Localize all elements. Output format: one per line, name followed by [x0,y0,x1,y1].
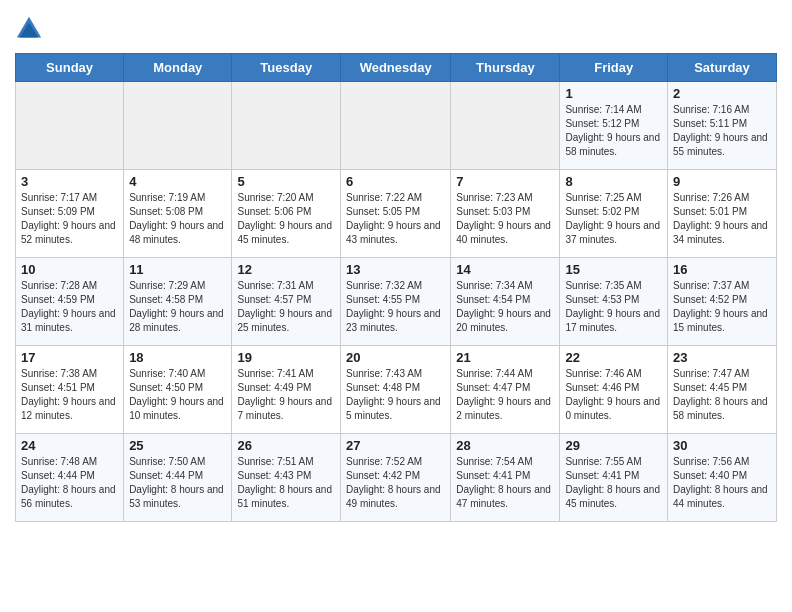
calendar-day: 29Sunrise: 7:55 AM Sunset: 4:41 PM Dayli… [560,434,668,522]
logo-icon [15,15,43,43]
day-info: Sunrise: 7:40 AM Sunset: 4:50 PM Dayligh… [129,367,226,423]
day-number: 11 [129,262,226,277]
day-info: Sunrise: 7:19 AM Sunset: 5:08 PM Dayligh… [129,191,226,247]
calendar-header-tuesday: Tuesday [232,54,341,82]
day-info: Sunrise: 7:23 AM Sunset: 5:03 PM Dayligh… [456,191,554,247]
day-number: 24 [21,438,118,453]
calendar-header-row: SundayMondayTuesdayWednesdayThursdayFrid… [16,54,777,82]
calendar-day [451,82,560,170]
day-info: Sunrise: 7:28 AM Sunset: 4:59 PM Dayligh… [21,279,118,335]
calendar-day: 11Sunrise: 7:29 AM Sunset: 4:58 PM Dayli… [124,258,232,346]
calendar-day: 27Sunrise: 7:52 AM Sunset: 4:42 PM Dayli… [341,434,451,522]
calendar-day: 4Sunrise: 7:19 AM Sunset: 5:08 PM Daylig… [124,170,232,258]
calendar-day: 25Sunrise: 7:50 AM Sunset: 4:44 PM Dayli… [124,434,232,522]
calendar-day: 18Sunrise: 7:40 AM Sunset: 4:50 PM Dayli… [124,346,232,434]
calendar-day: 14Sunrise: 7:34 AM Sunset: 4:54 PM Dayli… [451,258,560,346]
calendar-header-sunday: Sunday [16,54,124,82]
calendar-week-row: 3Sunrise: 7:17 AM Sunset: 5:09 PM Daylig… [16,170,777,258]
day-info: Sunrise: 7:37 AM Sunset: 4:52 PM Dayligh… [673,279,771,335]
day-number: 9 [673,174,771,189]
day-info: Sunrise: 7:43 AM Sunset: 4:48 PM Dayligh… [346,367,445,423]
calendar-day [16,82,124,170]
calendar-week-row: 1Sunrise: 7:14 AM Sunset: 5:12 PM Daylig… [16,82,777,170]
day-number: 18 [129,350,226,365]
day-info: Sunrise: 7:20 AM Sunset: 5:06 PM Dayligh… [237,191,335,247]
day-info: Sunrise: 7:48 AM Sunset: 4:44 PM Dayligh… [21,455,118,511]
calendar-day: 5Sunrise: 7:20 AM Sunset: 5:06 PM Daylig… [232,170,341,258]
day-number: 19 [237,350,335,365]
day-number: 21 [456,350,554,365]
calendar-day [341,82,451,170]
calendar-day: 28Sunrise: 7:54 AM Sunset: 4:41 PM Dayli… [451,434,560,522]
day-info: Sunrise: 7:50 AM Sunset: 4:44 PM Dayligh… [129,455,226,511]
day-number: 2 [673,86,771,101]
day-info: Sunrise: 7:14 AM Sunset: 5:12 PM Dayligh… [565,103,662,159]
day-info: Sunrise: 7:46 AM Sunset: 4:46 PM Dayligh… [565,367,662,423]
day-info: Sunrise: 7:22 AM Sunset: 5:05 PM Dayligh… [346,191,445,247]
day-number: 4 [129,174,226,189]
day-info: Sunrise: 7:56 AM Sunset: 4:40 PM Dayligh… [673,455,771,511]
day-info: Sunrise: 7:17 AM Sunset: 5:09 PM Dayligh… [21,191,118,247]
calendar-week-row: 24Sunrise: 7:48 AM Sunset: 4:44 PM Dayli… [16,434,777,522]
calendar-day: 1Sunrise: 7:14 AM Sunset: 5:12 PM Daylig… [560,82,668,170]
calendar-header-wednesday: Wednesday [341,54,451,82]
calendar-day: 2Sunrise: 7:16 AM Sunset: 5:11 PM Daylig… [668,82,777,170]
day-number: 15 [565,262,662,277]
header [15,15,777,43]
day-info: Sunrise: 7:26 AM Sunset: 5:01 PM Dayligh… [673,191,771,247]
calendar-day: 7Sunrise: 7:23 AM Sunset: 5:03 PM Daylig… [451,170,560,258]
day-number: 6 [346,174,445,189]
calendar-day: 24Sunrise: 7:48 AM Sunset: 4:44 PM Dayli… [16,434,124,522]
day-info: Sunrise: 7:51 AM Sunset: 4:43 PM Dayligh… [237,455,335,511]
calendar-day: 23Sunrise: 7:47 AM Sunset: 4:45 PM Dayli… [668,346,777,434]
day-number: 28 [456,438,554,453]
day-info: Sunrise: 7:41 AM Sunset: 4:49 PM Dayligh… [237,367,335,423]
day-info: Sunrise: 7:35 AM Sunset: 4:53 PM Dayligh… [565,279,662,335]
calendar-day: 13Sunrise: 7:32 AM Sunset: 4:55 PM Dayli… [341,258,451,346]
calendar-week-row: 17Sunrise: 7:38 AM Sunset: 4:51 PM Dayli… [16,346,777,434]
calendar-day: 17Sunrise: 7:38 AM Sunset: 4:51 PM Dayli… [16,346,124,434]
calendar-header-friday: Friday [560,54,668,82]
day-info: Sunrise: 7:34 AM Sunset: 4:54 PM Dayligh… [456,279,554,335]
day-number: 3 [21,174,118,189]
day-info: Sunrise: 7:54 AM Sunset: 4:41 PM Dayligh… [456,455,554,511]
day-number: 12 [237,262,335,277]
day-info: Sunrise: 7:52 AM Sunset: 4:42 PM Dayligh… [346,455,445,511]
calendar-day: 6Sunrise: 7:22 AM Sunset: 5:05 PM Daylig… [341,170,451,258]
calendar-day: 8Sunrise: 7:25 AM Sunset: 5:02 PM Daylig… [560,170,668,258]
day-number: 25 [129,438,226,453]
day-info: Sunrise: 7:38 AM Sunset: 4:51 PM Dayligh… [21,367,118,423]
day-number: 29 [565,438,662,453]
logo [15,15,47,43]
day-number: 27 [346,438,445,453]
day-number: 23 [673,350,771,365]
day-number: 20 [346,350,445,365]
calendar-day: 22Sunrise: 7:46 AM Sunset: 4:46 PM Dayli… [560,346,668,434]
day-info: Sunrise: 7:25 AM Sunset: 5:02 PM Dayligh… [565,191,662,247]
calendar-day: 19Sunrise: 7:41 AM Sunset: 4:49 PM Dayli… [232,346,341,434]
day-info: Sunrise: 7:55 AM Sunset: 4:41 PM Dayligh… [565,455,662,511]
day-number: 26 [237,438,335,453]
day-number: 16 [673,262,771,277]
day-info: Sunrise: 7:29 AM Sunset: 4:58 PM Dayligh… [129,279,226,335]
calendar-day: 15Sunrise: 7:35 AM Sunset: 4:53 PM Dayli… [560,258,668,346]
calendar-day: 3Sunrise: 7:17 AM Sunset: 5:09 PM Daylig… [16,170,124,258]
day-number: 8 [565,174,662,189]
calendar-day [124,82,232,170]
day-number: 30 [673,438,771,453]
day-number: 10 [21,262,118,277]
calendar-week-row: 10Sunrise: 7:28 AM Sunset: 4:59 PM Dayli… [16,258,777,346]
day-number: 7 [456,174,554,189]
day-number: 1 [565,86,662,101]
calendar-day: 30Sunrise: 7:56 AM Sunset: 4:40 PM Dayli… [668,434,777,522]
day-number: 22 [565,350,662,365]
page: SundayMondayTuesdayWednesdayThursdayFrid… [0,0,792,612]
day-number: 13 [346,262,445,277]
day-info: Sunrise: 7:31 AM Sunset: 4:57 PM Dayligh… [237,279,335,335]
calendar-day: 26Sunrise: 7:51 AM Sunset: 4:43 PM Dayli… [232,434,341,522]
calendar-header-saturday: Saturday [668,54,777,82]
day-number: 14 [456,262,554,277]
calendar-day: 21Sunrise: 7:44 AM Sunset: 4:47 PM Dayli… [451,346,560,434]
day-number: 17 [21,350,118,365]
calendar-day: 12Sunrise: 7:31 AM Sunset: 4:57 PM Dayli… [232,258,341,346]
